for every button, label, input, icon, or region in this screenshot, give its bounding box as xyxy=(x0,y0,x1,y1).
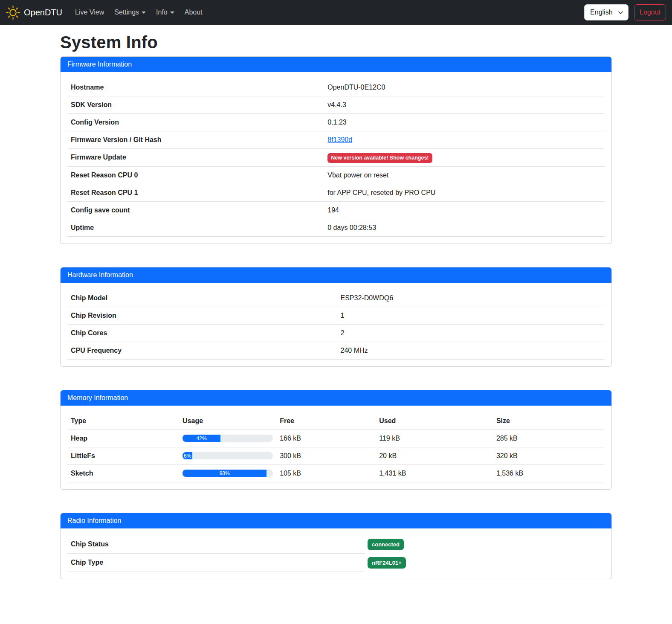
column-header: Free xyxy=(276,412,376,430)
sketch-usage-progress: 93% xyxy=(182,470,273,477)
row-label: LittleFs xyxy=(67,447,179,464)
row-label: SDK Version xyxy=(67,96,324,114)
row-label: Chip Cores xyxy=(67,324,337,342)
usage-cell: 42% xyxy=(179,430,276,447)
row-label: Chip Revision xyxy=(67,307,337,324)
column-header: Size xyxy=(493,412,605,430)
row-value: connected xyxy=(365,535,404,554)
hardware-table: Chip Model ESP32-D0WDQ6 Chip Revision 1 … xyxy=(67,290,605,360)
memory-card: Memory Information Type Usage Free Used … xyxy=(60,390,612,490)
chevron-down-icon xyxy=(618,10,623,15)
row-label: Heap xyxy=(67,430,179,447)
row-label: Config save count xyxy=(67,201,324,219)
row-label: Chip Model xyxy=(67,290,337,307)
usage-cell: 93% xyxy=(179,464,276,482)
row-label: Firmware Update xyxy=(67,149,324,167)
firmware-card: Firmware Information Hostname OpenDTU-0E… xyxy=(60,56,612,244)
chip-type-badge: nRF24L01+ xyxy=(368,557,406,569)
column-header: Used xyxy=(376,412,493,430)
table-row: Chip Model ESP32-D0WDQ6 xyxy=(67,290,605,307)
table-row: Sketch 93% 105 kB 1,431 kB 1,536 kB xyxy=(67,464,605,482)
free-value: 105 kB xyxy=(276,464,376,482)
used-value: 20 kB xyxy=(376,447,493,464)
nav-item-label: About xyxy=(185,9,203,16)
language-select[interactable]: English xyxy=(584,4,629,20)
table-row: Hostname OpenDTU-0E12C0 xyxy=(67,79,605,96)
git-hash-link[interactable]: 8f1390d xyxy=(327,136,352,143)
nav-item-settings[interactable]: Settings xyxy=(111,5,149,20)
size-value: 1,536 kB xyxy=(493,464,605,482)
caret-down-icon xyxy=(142,12,146,14)
table-row: LittleFs 6% 300 kB 20 kB 320 kB xyxy=(67,447,605,464)
size-value: 285 kB xyxy=(493,430,605,447)
table-row: Config save count 194 xyxy=(67,201,605,219)
row-label: Hostname xyxy=(67,79,324,96)
row-value: Vbat power on reset xyxy=(324,166,605,184)
heap-usage-progress: 42% xyxy=(182,435,273,442)
row-label: Sketch xyxy=(67,464,179,482)
row-value: v4.4.3 xyxy=(324,96,605,114)
row-value: 194 xyxy=(324,201,605,219)
firmware-card-header: Firmware Information xyxy=(61,57,611,72)
memory-card-body: Type Usage Free Used Size Heap 42% xyxy=(61,406,611,489)
nav-item-about[interactable]: About xyxy=(181,5,206,20)
memory-card-header: Memory Information xyxy=(61,390,611,406)
used-value: 1,431 kB xyxy=(376,464,493,482)
table-row: Chip Revision 1 xyxy=(67,307,605,324)
free-value: 300 kB xyxy=(276,447,376,464)
nav-item-label: Info xyxy=(156,9,168,16)
table-row: Chip Status connected xyxy=(67,535,605,554)
firmware-update-badge[interactable]: New version available! Show changes! xyxy=(327,153,432,163)
table-row: Config Version 0.1.23 xyxy=(67,114,605,131)
row-label: CPU Frequency xyxy=(67,342,337,359)
progress-bar-fill: 93% xyxy=(182,470,266,477)
brand-link[interactable]: OpenDTU xyxy=(6,6,62,20)
nav-item-label: Live View xyxy=(75,9,104,16)
row-label: Chip Status xyxy=(67,535,365,554)
row-value: New version available! Show changes! xyxy=(324,149,605,167)
page-title: System Info xyxy=(60,33,612,52)
row-value: for APP CPU, reseted by PRO CPU xyxy=(324,184,605,201)
progress-bar-fill: 6% xyxy=(182,452,192,459)
row-label: Firmware Version / Git Hash xyxy=(67,131,324,149)
table-row: Chip Cores 2 xyxy=(67,324,605,342)
usage-cell: 6% xyxy=(179,447,276,464)
caret-down-icon xyxy=(170,12,174,14)
row-label: Uptime xyxy=(67,219,324,236)
row-value: 2 xyxy=(337,324,605,342)
littlefs-usage-progress: 6% xyxy=(182,452,273,459)
column-header: Usage xyxy=(179,412,276,430)
row-label: Config Version xyxy=(67,114,324,131)
table-row: SDK Version v4.4.3 xyxy=(67,96,605,114)
nav-item-live-view[interactable]: Live View xyxy=(72,5,107,20)
row-value: 1 xyxy=(337,307,605,324)
nav-links: Live View Settings Info About xyxy=(70,5,208,20)
table-row: Firmware Update New version available! S… xyxy=(67,149,605,167)
logout-button[interactable]: Logout xyxy=(634,4,666,20)
row-label: Reset Reason CPU 1 xyxy=(67,184,324,201)
chip-status-badge: connected xyxy=(368,539,404,550)
radio-card-body: Chip Status connected Chip Type nRF24L01… xyxy=(61,528,611,579)
navbar-right: English Logout xyxy=(584,4,666,20)
row-label: Chip Type xyxy=(67,554,365,572)
row-label: Reset Reason CPU 0 xyxy=(67,166,324,184)
table-row: Reset Reason CPU 1 for APP CPU, reseted … xyxy=(67,184,605,201)
row-value: 0.1.23 xyxy=(324,114,605,131)
used-value: 119 kB xyxy=(376,430,493,447)
row-value: ESP32-D0WDQ6 xyxy=(337,290,605,307)
table-header-row: Type Usage Free Used Size xyxy=(67,412,605,430)
firmware-card-body: Hostname OpenDTU-0E12C0 SDK Version v4.4… xyxy=(61,72,611,244)
nav-item-info[interactable]: Info xyxy=(153,5,178,20)
brand-label: OpenDTU xyxy=(24,8,62,17)
navbar: OpenDTU Live View Settings Info About En… xyxy=(0,0,672,25)
language-selected-value: English xyxy=(590,9,612,16)
table-row: CPU Frequency 240 MHz xyxy=(67,342,605,359)
table-row: Reset Reason CPU 0 Vbat power on reset xyxy=(67,166,605,184)
table-row: Chip Type nRF24L01+ xyxy=(67,554,605,572)
nav-item-label: Settings xyxy=(114,9,139,16)
table-row: Uptime 0 days 00:28:53 xyxy=(67,219,605,236)
radio-card-header: Radio Information xyxy=(61,513,611,528)
table-row: Heap 42% 166 kB 119 kB 285 kB xyxy=(67,430,605,447)
row-value: 240 MHz xyxy=(337,342,605,359)
progress-bar-fill: 42% xyxy=(182,435,220,442)
